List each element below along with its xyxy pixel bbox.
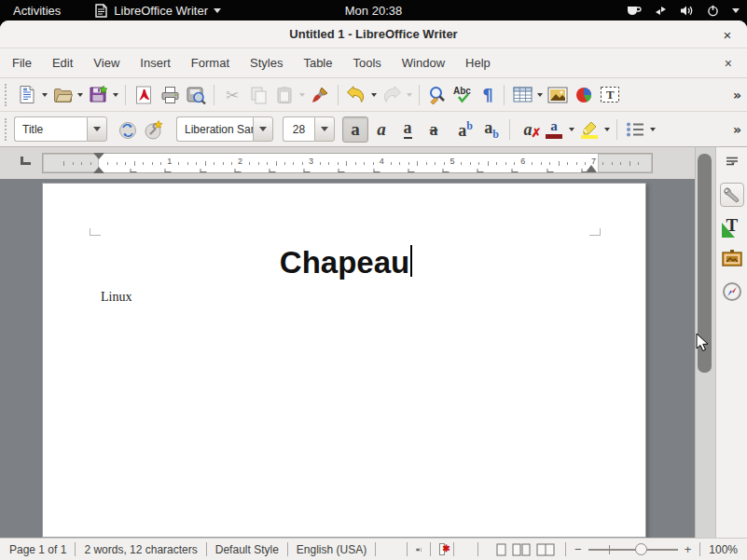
paragraph-style-combo[interactable]: Title: [14, 116, 107, 142]
menu-table[interactable]: Table: [295, 51, 340, 75]
font-color-dropdown[interactable]: [567, 116, 576, 143]
default-tab-stop-mark: [339, 169, 345, 172]
sidebar-tab-gallery[interactable]: [720, 246, 744, 270]
document-body-text[interactable]: Linux: [101, 290, 131, 305]
find-replace-button[interactable]: [424, 82, 450, 108]
bold-button[interactable]: a: [342, 116, 368, 143]
paragraph-style-value[interactable]: Title: [14, 116, 87, 142]
window-titlebar[interactable]: Untitled 1 - LibreOffice Writer ×: [0, 20, 747, 48]
system-tray[interactable]: [627, 0, 740, 20]
new-style-button[interactable]: [141, 116, 167, 143]
highlight-color-dropdown[interactable]: [602, 116, 612, 143]
open-dropdown[interactable]: [76, 82, 85, 108]
insert-textbox-button[interactable]: T: [597, 82, 623, 108]
sidebar-tab-navigator[interactable]: [720, 280, 744, 304]
spelling-button[interactable]: Abc: [450, 82, 477, 108]
status-language[interactable]: English (USA): [297, 543, 367, 556]
highlight-color-button[interactable]: [576, 116, 602, 143]
status-page-style[interactable]: Default Style: [215, 543, 279, 556]
standard-toolbar: ✂ Abc ¶ T »: [0, 78, 747, 112]
toolbar-grip[interactable]: [5, 84, 11, 106]
sidebar-settings-button[interactable]: [720, 153, 744, 171]
zoom-in-button[interactable]: +: [685, 542, 692, 556]
toolbar-overflow-button[interactable]: »: [733, 88, 741, 102]
activities-button[interactable]: Activities: [13, 4, 61, 18]
selection-mode-icon[interactable]: [416, 544, 422, 555]
toolbar-grip[interactable]: [5, 118, 11, 141]
new-document-button[interactable]: [14, 82, 40, 108]
menu-format[interactable]: Format: [183, 51, 238, 75]
menu-insert[interactable]: Insert: [131, 51, 179, 75]
formatting-marks-button[interactable]: ¶: [477, 82, 499, 108]
strikethrough-button[interactable]: a: [421, 116, 447, 143]
sidebar-tab-properties[interactable]: [720, 183, 744, 207]
zoom-level-value[interactable]: 100%: [709, 543, 738, 556]
zoom-out-button[interactable]: −: [574, 542, 582, 556]
ruler-tick: [320, 162, 321, 165]
save-button[interactable]: [85, 82, 111, 108]
superscript-button[interactable]: ab: [452, 116, 478, 143]
paragraph-style-dropdown[interactable]: [87, 116, 107, 142]
status-word-count[interactable]: 2 words, 12 characters: [84, 543, 197, 556]
left-indent-marker[interactable]: [93, 167, 104, 173]
save-dropdown[interactable]: [111, 82, 120, 108]
print-button[interactable]: [157, 82, 183, 108]
font-size-combo[interactable]: 28: [283, 116, 335, 142]
single-page-view-icon[interactable]: [496, 543, 506, 556]
clone-formatting-button[interactable]: [307, 82, 333, 108]
print-preview-button[interactable]: [183, 82, 209, 108]
ruler-tick: [276, 161, 277, 166]
status-separator: [477, 542, 478, 556]
menu-styles[interactable]: Styles: [242, 51, 291, 75]
default-tab-stop-mark: [443, 169, 450, 172]
font-name-combo[interactable]: Liberation San: [176, 116, 273, 142]
insert-table-dropdown[interactable]: [535, 82, 545, 108]
document-modified-icon[interactable]: ✱: [439, 543, 445, 555]
app-indicator[interactable]: LibreOffice Writer: [94, 4, 221, 18]
window-close-button[interactable]: ×: [717, 24, 738, 45]
menu-window[interactable]: Window: [394, 51, 453, 75]
undo-dropdown[interactable]: [369, 82, 379, 108]
font-size-dropdown[interactable]: [314, 116, 335, 142]
clear-formatting-icon: a✗: [524, 121, 533, 138]
italic-button[interactable]: a: [368, 116, 394, 143]
open-icon: [53, 87, 73, 103]
clear-formatting-button[interactable]: a✗: [515, 116, 541, 143]
tab-stop-selector[interactable]: [21, 157, 31, 165]
multi-page-view-icon[interactable]: [512, 543, 531, 556]
menu-file[interactable]: File: [4, 51, 40, 75]
toolbar-separator: [616, 119, 617, 140]
font-size-value[interactable]: 28: [283, 116, 314, 142]
horizontal-ruler[interactable]: 1234567: [42, 153, 653, 173]
bullet-list-dropdown[interactable]: [648, 116, 657, 143]
first-line-indent-marker[interactable]: [93, 153, 104, 159]
menu-view[interactable]: View: [85, 51, 128, 75]
status-page-number[interactable]: Page 1 of 1: [9, 543, 66, 556]
new-document-dropdown[interactable]: [40, 82, 49, 108]
zoom-slider[interactable]: [588, 549, 678, 551]
font-name-dropdown[interactable]: [253, 116, 273, 142]
document-page[interactable]: Chapeau Linux: [42, 183, 646, 538]
undo-button[interactable]: [343, 82, 369, 108]
document-area[interactable]: Chapeau Linux: [0, 179, 695, 538]
zoom-slider-handle[interactable]: [635, 543, 647, 555]
document-close-button[interactable]: ×: [719, 54, 738, 73]
underline-button[interactable]: a: [394, 116, 421, 143]
sidebar-tab-styles[interactable]: T: [720, 214, 744, 239]
insert-chart-button[interactable]: [571, 82, 597, 108]
menu-help[interactable]: Help: [457, 51, 499, 75]
font-name-value[interactable]: Liberation San: [176, 116, 253, 142]
insert-image-button[interactable]: [545, 82, 571, 108]
subscript-button[interactable]: ab: [478, 116, 505, 143]
font-color-button[interactable]: a: [541, 116, 567, 143]
menu-edit[interactable]: Edit: [44, 51, 81, 75]
menu-tools[interactable]: Tools: [344, 51, 389, 75]
book-view-icon[interactable]: [536, 543, 555, 556]
open-button[interactable]: [49, 82, 76, 108]
document-heading[interactable]: Chapeau: [94, 245, 598, 280]
formatbar-overflow-button[interactable]: »: [733, 122, 741, 137]
insert-table-button[interactable]: [509, 82, 535, 108]
bullet-list-button[interactable]: [622, 116, 648, 143]
export-pdf-button[interactable]: [131, 82, 157, 108]
update-style-button[interactable]: [115, 116, 141, 143]
